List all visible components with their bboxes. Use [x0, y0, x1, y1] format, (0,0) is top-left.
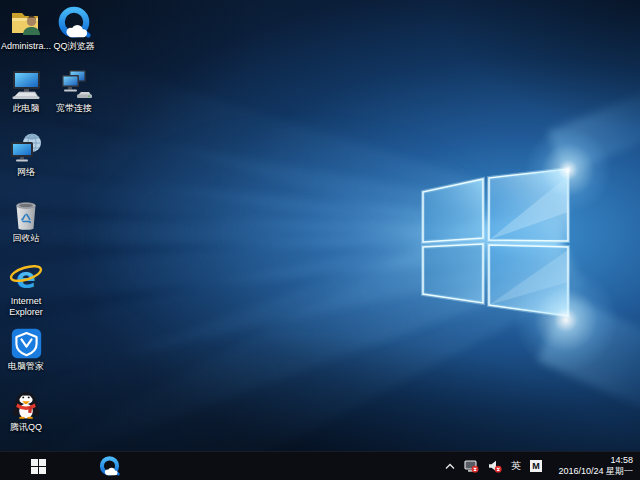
user-folder-icon — [9, 4, 43, 40]
language-indicator[interactable]: 英 — [511, 459, 521, 473]
windows-desktop: Administra... QQ浏览器 — [0, 0, 640, 480]
desktop-icon-qq-browser[interactable]: QQ浏览器 — [48, 4, 100, 52]
volume-muted-icon[interactable] — [488, 460, 502, 473]
icon-label: 网络 — [17, 167, 35, 178]
desktop-icon-this-pc[interactable]: 此电脑 — [0, 66, 52, 114]
clock-date: 2016/10/24 星期一 — [558, 466, 633, 477]
taskbar-qq-browser-button[interactable] — [94, 452, 124, 480]
broadband-icon — [56, 66, 92, 102]
system-tray: 英 M 14:58 2016/10/24 星期一 — [445, 452, 640, 480]
recycle-bin-icon — [9, 196, 43, 232]
icon-label: Administra... — [1, 41, 51, 52]
qq-browser-icon — [57, 4, 91, 40]
ime-indicator[interactable]: M — [530, 460, 542, 472]
desktop-icon-network[interactable]: 网络 — [0, 130, 52, 178]
windows-logo-icon — [31, 459, 46, 474]
desktop-icon-recycle-bin[interactable]: 回收站 — [0, 196, 52, 244]
icon-label: 回收站 — [13, 233, 40, 244]
tencent-qq-icon — [9, 385, 43, 421]
pc-manager-icon — [10, 324, 43, 360]
icon-label: 腾讯QQ — [10, 422, 42, 433]
desktop-icon-administrator[interactable]: Administra... — [0, 4, 52, 52]
network-status-icon[interactable] — [464, 460, 479, 473]
icon-label: QQ浏览器 — [53, 41, 94, 52]
tray-expand-button[interactable] — [445, 463, 455, 470]
internet-explorer-icon: e — [8, 259, 44, 295]
taskbar: 英 M 14:58 2016/10/24 星期一 — [0, 451, 640, 480]
desktop-icon-internet-explorer[interactable]: e Internet Explorer — [0, 259, 52, 317]
qq-browser-icon — [99, 456, 120, 477]
chevron-up-icon — [445, 463, 455, 470]
desktop-icon-pc-manager[interactable]: 电脑管家 — [0, 324, 52, 372]
icon-label: 此电脑 — [13, 103, 40, 114]
desktop-icon-tencent-qq[interactable]: 腾讯QQ — [0, 385, 52, 433]
clock-time: 14:58 — [610, 455, 633, 466]
icon-label: 电脑管家 — [8, 361, 44, 372]
taskbar-clock[interactable]: 14:58 2016/10/24 星期一 — [551, 455, 635, 477]
network-icon — [8, 130, 44, 166]
desktop-icon-broadband[interactable]: 宽带连接 — [48, 66, 100, 114]
icon-label: 宽带连接 — [56, 103, 92, 114]
start-button[interactable] — [23, 452, 53, 480]
icon-label: Internet Explorer — [0, 296, 52, 317]
this-pc-icon — [8, 66, 44, 102]
